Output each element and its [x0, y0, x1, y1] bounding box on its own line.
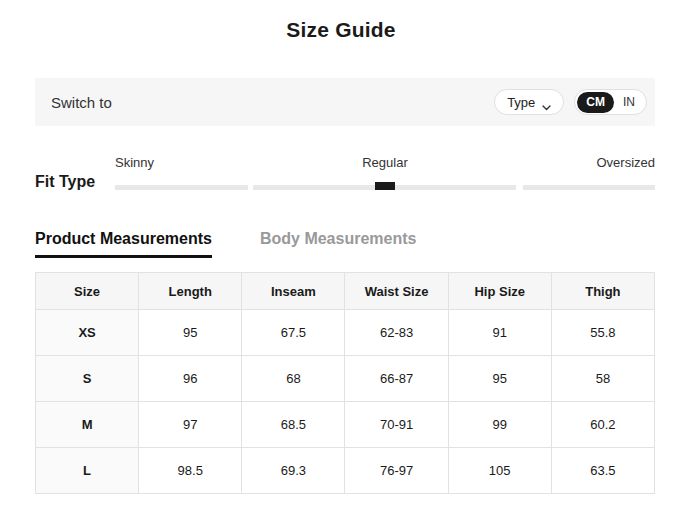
- value-cell: 68.5: [242, 402, 345, 448]
- switch-to-label: Switch to: [51, 94, 112, 111]
- size-cell: XS: [36, 310, 139, 356]
- value-cell: 99: [448, 402, 551, 448]
- header-cell-length: Length: [139, 273, 242, 310]
- size-cell: M: [36, 402, 139, 448]
- value-cell: 55.8: [551, 310, 654, 356]
- type-dropdown-label: Type: [507, 95, 535, 110]
- page-title: Size Guide: [0, 0, 682, 42]
- size-guide-panel: Size Guide Switch to Type CM IN Fit Type…: [0, 0, 682, 511]
- chevron-down-icon: [542, 99, 551, 105]
- value-cell: 98.5: [139, 448, 242, 494]
- switch-controls: Type CM IN: [494, 89, 647, 115]
- value-cell: 62-83: [345, 310, 448, 356]
- size-table-container: Size Length Inseam Waist Size Hip Size T…: [35, 272, 655, 494]
- value-cell: 58: [551, 356, 654, 402]
- table-row: L 98.5 69.3 76-97 105 63.5: [36, 448, 655, 494]
- header-cell-waist-size: Waist Size: [345, 273, 448, 310]
- size-table: Size Length Inseam Waist Size Hip Size T…: [35, 272, 655, 494]
- fit-type-slider[interactable]: Skinny Regular Oversized: [115, 155, 655, 190]
- fit-type-label: Fit Type: [35, 173, 115, 190]
- value-cell: 67.5: [242, 310, 345, 356]
- measurement-tabs: Product Measurements Body Measurements: [35, 230, 655, 258]
- value-cell: 91: [448, 310, 551, 356]
- value-cell: 95: [448, 356, 551, 402]
- value-cell: 96: [139, 356, 242, 402]
- header-cell-inseam: Inseam: [242, 273, 345, 310]
- value-cell: 70-91: [345, 402, 448, 448]
- value-cell: 66-87: [345, 356, 448, 402]
- value-cell: 95: [139, 310, 242, 356]
- table-header-row: Size Length Inseam Waist Size Hip Size T…: [36, 273, 655, 310]
- value-cell: 68: [242, 356, 345, 402]
- value-cell: 69.3: [242, 448, 345, 494]
- tab-body-measurements[interactable]: Body Measurements: [260, 230, 417, 258]
- fit-type-section: Fit Type Skinny Regular Oversized: [35, 155, 655, 190]
- fit-option-skinny[interactable]: Skinny: [115, 155, 154, 170]
- switch-bar: Switch to Type CM IN: [35, 78, 655, 126]
- table-row: M 97 68.5 70-91 99 60.2: [36, 402, 655, 448]
- fit-type-slider-thumb[interactable]: [375, 182, 395, 190]
- value-cell: 105: [448, 448, 551, 494]
- slider-track-segment: [523, 185, 655, 190]
- tab-product-measurements[interactable]: Product Measurements: [35, 230, 212, 258]
- unit-toggle: CM IN: [574, 89, 647, 115]
- type-dropdown[interactable]: Type: [494, 89, 564, 115]
- header-cell-size: Size: [36, 273, 139, 310]
- value-cell: 97: [139, 402, 242, 448]
- size-cell: L: [36, 448, 139, 494]
- unit-option-in[interactable]: IN: [614, 92, 644, 113]
- table-row: XS 95 67.5 62-83 91 55.8: [36, 310, 655, 356]
- table-row: S 96 68 66-87 95 58: [36, 356, 655, 402]
- header-cell-thigh: Thigh: [551, 273, 654, 310]
- unit-option-cm[interactable]: CM: [577, 92, 614, 113]
- value-cell: 63.5: [551, 448, 654, 494]
- value-cell: 76-97: [345, 448, 448, 494]
- slider-track-segment: [115, 185, 248, 190]
- fit-option-oversized[interactable]: Oversized: [596, 155, 655, 170]
- header-cell-hip-size: Hip Size: [448, 273, 551, 310]
- fit-option-regular[interactable]: Regular: [362, 155, 408, 170]
- value-cell: 60.2: [551, 402, 654, 448]
- size-cell: S: [36, 356, 139, 402]
